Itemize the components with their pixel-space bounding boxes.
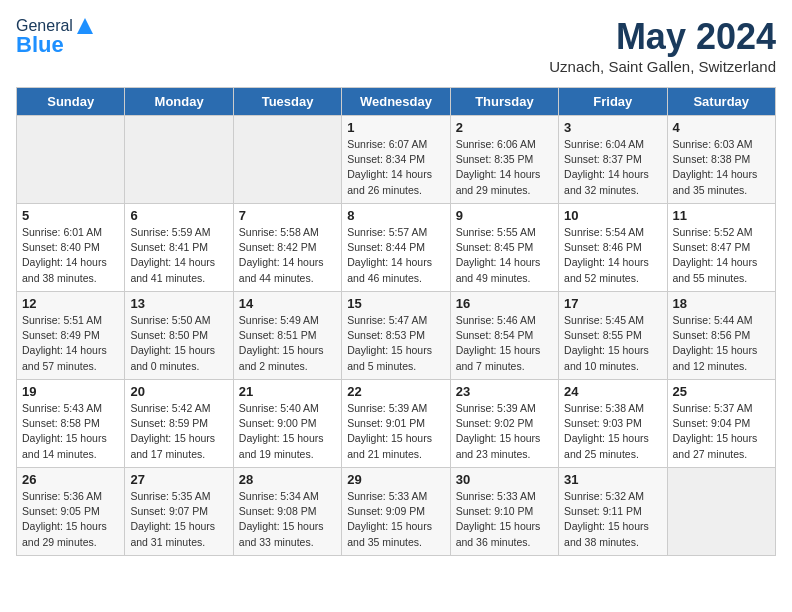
day-number: 23 — [456, 384, 553, 399]
day-number: 16 — [456, 296, 553, 311]
calendar-body: 1Sunrise: 6:07 AMSunset: 8:34 PMDaylight… — [17, 116, 776, 556]
header-cell-saturday: Saturday — [667, 88, 775, 116]
day-number: 15 — [347, 296, 444, 311]
day-info: Sunrise: 5:33 AMSunset: 9:09 PMDaylight:… — [347, 489, 444, 550]
day-number: 29 — [347, 472, 444, 487]
day-number: 8 — [347, 208, 444, 223]
day-info: Sunrise: 6:03 AMSunset: 8:38 PMDaylight:… — [673, 137, 770, 198]
day-cell: 14Sunrise: 5:49 AMSunset: 8:51 PMDayligh… — [233, 292, 341, 380]
header-row: SundayMondayTuesdayWednesdayThursdayFrid… — [17, 88, 776, 116]
day-cell: 20Sunrise: 5:42 AMSunset: 8:59 PMDayligh… — [125, 380, 233, 468]
day-cell: 30Sunrise: 5:33 AMSunset: 9:10 PMDayligh… — [450, 468, 558, 556]
header-cell-wednesday: Wednesday — [342, 88, 450, 116]
day-number: 18 — [673, 296, 770, 311]
day-number: 21 — [239, 384, 336, 399]
day-cell: 19Sunrise: 5:43 AMSunset: 8:58 PMDayligh… — [17, 380, 125, 468]
day-cell — [233, 116, 341, 204]
day-cell: 28Sunrise: 5:34 AMSunset: 9:08 PMDayligh… — [233, 468, 341, 556]
day-info: Sunrise: 6:01 AMSunset: 8:40 PMDaylight:… — [22, 225, 119, 286]
day-number: 24 — [564, 384, 661, 399]
day-cell: 31Sunrise: 5:32 AMSunset: 9:11 PMDayligh… — [559, 468, 667, 556]
day-cell: 15Sunrise: 5:47 AMSunset: 8:53 PMDayligh… — [342, 292, 450, 380]
day-cell: 27Sunrise: 5:35 AMSunset: 9:07 PMDayligh… — [125, 468, 233, 556]
day-cell: 26Sunrise: 5:36 AMSunset: 9:05 PMDayligh… — [17, 468, 125, 556]
day-info: Sunrise: 5:45 AMSunset: 8:55 PMDaylight:… — [564, 313, 661, 374]
day-number: 25 — [673, 384, 770, 399]
week-row-3: 12Sunrise: 5:51 AMSunset: 8:49 PMDayligh… — [17, 292, 776, 380]
day-info: Sunrise: 5:43 AMSunset: 8:58 PMDaylight:… — [22, 401, 119, 462]
day-info: Sunrise: 5:49 AMSunset: 8:51 PMDaylight:… — [239, 313, 336, 374]
day-cell: 29Sunrise: 5:33 AMSunset: 9:09 PMDayligh… — [342, 468, 450, 556]
day-info: Sunrise: 5:47 AMSunset: 8:53 PMDaylight:… — [347, 313, 444, 374]
day-cell: 7Sunrise: 5:58 AMSunset: 8:42 PMDaylight… — [233, 204, 341, 292]
header-cell-tuesday: Tuesday — [233, 88, 341, 116]
day-number: 3 — [564, 120, 661, 135]
day-cell: 21Sunrise: 5:40 AMSunset: 9:00 PMDayligh… — [233, 380, 341, 468]
title-block: May 2024 Uznach, Saint Gallen, Switzerla… — [549, 16, 776, 75]
day-cell: 12Sunrise: 5:51 AMSunset: 8:49 PMDayligh… — [17, 292, 125, 380]
day-info: Sunrise: 6:07 AMSunset: 8:34 PMDaylight:… — [347, 137, 444, 198]
main-title: May 2024 — [549, 16, 776, 58]
day-cell: 17Sunrise: 5:45 AMSunset: 8:55 PMDayligh… — [559, 292, 667, 380]
day-cell: 23Sunrise: 5:39 AMSunset: 9:02 PMDayligh… — [450, 380, 558, 468]
day-number: 20 — [130, 384, 227, 399]
day-info: Sunrise: 5:37 AMSunset: 9:04 PMDaylight:… — [673, 401, 770, 462]
day-cell: 5Sunrise: 6:01 AMSunset: 8:40 PMDaylight… — [17, 204, 125, 292]
week-row-2: 5Sunrise: 6:01 AMSunset: 8:40 PMDaylight… — [17, 204, 776, 292]
day-info: Sunrise: 5:54 AMSunset: 8:46 PMDaylight:… — [564, 225, 661, 286]
day-info: Sunrise: 6:04 AMSunset: 8:37 PMDaylight:… — [564, 137, 661, 198]
page-header: General Blue May 2024 Uznach, Saint Gall… — [16, 16, 776, 75]
day-cell: 24Sunrise: 5:38 AMSunset: 9:03 PMDayligh… — [559, 380, 667, 468]
day-info: Sunrise: 5:34 AMSunset: 9:08 PMDaylight:… — [239, 489, 336, 550]
logo-blue: Blue — [16, 32, 64, 58]
day-info: Sunrise: 5:58 AMSunset: 8:42 PMDaylight:… — [239, 225, 336, 286]
day-number: 4 — [673, 120, 770, 135]
day-cell — [17, 116, 125, 204]
logo-icon — [75, 16, 95, 36]
day-info: Sunrise: 5:39 AMSunset: 9:01 PMDaylight:… — [347, 401, 444, 462]
day-cell: 9Sunrise: 5:55 AMSunset: 8:45 PMDaylight… — [450, 204, 558, 292]
week-row-4: 19Sunrise: 5:43 AMSunset: 8:58 PMDayligh… — [17, 380, 776, 468]
day-cell: 6Sunrise: 5:59 AMSunset: 8:41 PMDaylight… — [125, 204, 233, 292]
day-number: 9 — [456, 208, 553, 223]
day-cell: 4Sunrise: 6:03 AMSunset: 8:38 PMDaylight… — [667, 116, 775, 204]
day-number: 14 — [239, 296, 336, 311]
day-cell — [125, 116, 233, 204]
day-number: 31 — [564, 472, 661, 487]
day-info: Sunrise: 5:35 AMSunset: 9:07 PMDaylight:… — [130, 489, 227, 550]
day-number: 28 — [239, 472, 336, 487]
day-info: Sunrise: 5:46 AMSunset: 8:54 PMDaylight:… — [456, 313, 553, 374]
header-cell-thursday: Thursday — [450, 88, 558, 116]
day-cell: 11Sunrise: 5:52 AMSunset: 8:47 PMDayligh… — [667, 204, 775, 292]
day-info: Sunrise: 6:06 AMSunset: 8:35 PMDaylight:… — [456, 137, 553, 198]
day-cell — [667, 468, 775, 556]
day-info: Sunrise: 5:50 AMSunset: 8:50 PMDaylight:… — [130, 313, 227, 374]
day-info: Sunrise: 5:33 AMSunset: 9:10 PMDaylight:… — [456, 489, 553, 550]
svg-marker-0 — [77, 18, 93, 34]
day-number: 6 — [130, 208, 227, 223]
day-number: 27 — [130, 472, 227, 487]
day-number: 11 — [673, 208, 770, 223]
day-number: 1 — [347, 120, 444, 135]
day-info: Sunrise: 5:38 AMSunset: 9:03 PMDaylight:… — [564, 401, 661, 462]
day-number: 13 — [130, 296, 227, 311]
day-number: 5 — [22, 208, 119, 223]
day-number: 30 — [456, 472, 553, 487]
day-info: Sunrise: 5:44 AMSunset: 8:56 PMDaylight:… — [673, 313, 770, 374]
day-info: Sunrise: 5:40 AMSunset: 9:00 PMDaylight:… — [239, 401, 336, 462]
calendar-table: SundayMondayTuesdayWednesdayThursdayFrid… — [16, 87, 776, 556]
day-number: 26 — [22, 472, 119, 487]
day-cell: 10Sunrise: 5:54 AMSunset: 8:46 PMDayligh… — [559, 204, 667, 292]
day-info: Sunrise: 5:42 AMSunset: 8:59 PMDaylight:… — [130, 401, 227, 462]
day-info: Sunrise: 5:36 AMSunset: 9:05 PMDaylight:… — [22, 489, 119, 550]
day-cell: 22Sunrise: 5:39 AMSunset: 9:01 PMDayligh… — [342, 380, 450, 468]
day-info: Sunrise: 5:32 AMSunset: 9:11 PMDaylight:… — [564, 489, 661, 550]
day-cell: 25Sunrise: 5:37 AMSunset: 9:04 PMDayligh… — [667, 380, 775, 468]
day-info: Sunrise: 5:51 AMSunset: 8:49 PMDaylight:… — [22, 313, 119, 374]
header-cell-monday: Monday — [125, 88, 233, 116]
header-cell-sunday: Sunday — [17, 88, 125, 116]
day-cell: 1Sunrise: 6:07 AMSunset: 8:34 PMDaylight… — [342, 116, 450, 204]
day-number: 10 — [564, 208, 661, 223]
week-row-1: 1Sunrise: 6:07 AMSunset: 8:34 PMDaylight… — [17, 116, 776, 204]
day-cell: 8Sunrise: 5:57 AMSunset: 8:44 PMDaylight… — [342, 204, 450, 292]
